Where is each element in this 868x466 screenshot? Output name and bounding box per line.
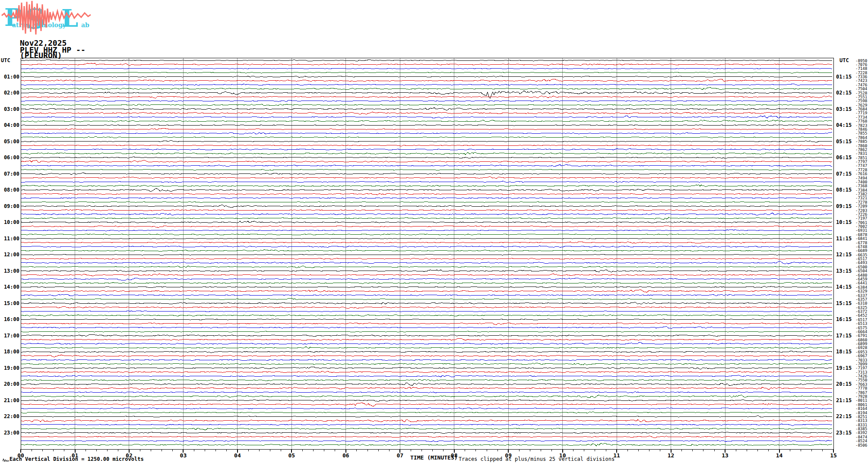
x-tick-label: 13 (719, 453, 731, 459)
trace-row (21, 383, 832, 386)
row-time-label-right: 07:15 (836, 171, 852, 177)
row-time-label-right: 02:15 (836, 90, 852, 96)
trace-row (21, 355, 832, 357)
trace-row (21, 287, 832, 288)
row-time-label-right: 17:15 (836, 333, 852, 339)
row-time-label-left: 04:00 (0, 122, 19, 128)
trace-row (21, 255, 832, 255)
row-time-label-left: 15:00 (0, 300, 19, 306)
trace-row (21, 189, 832, 192)
trace-row (21, 101, 832, 102)
trace-row (21, 165, 832, 167)
trace-row (21, 238, 832, 239)
trace-row (21, 217, 832, 220)
trace-row (21, 84, 832, 86)
trace-row (21, 88, 832, 90)
row-time-label-right: 01:15 (836, 74, 852, 80)
row-time-label-right: 10:15 (836, 219, 852, 225)
row-time-label-right: 12:15 (836, 252, 852, 258)
trace-row (21, 379, 832, 381)
row-time-label-left: 03:00 (0, 106, 19, 112)
trace-row (21, 290, 832, 293)
trace-row (21, 441, 832, 442)
trace-row (21, 250, 832, 252)
trace-row (21, 169, 832, 170)
x-tick-label: 06 (340, 453, 352, 459)
trace-row (21, 226, 832, 228)
x-tick-label: 14 (773, 453, 786, 459)
trace-row (21, 432, 832, 434)
trace-row (21, 141, 832, 142)
x-axis-title: TIME (MINUTES) (410, 454, 458, 461)
trace-row (21, 367, 832, 369)
trace-row (21, 298, 832, 300)
row-time-label-left: 13:00 (0, 268, 19, 274)
trace-row (21, 278, 832, 280)
row-time-label-left: 16:00 (0, 316, 19, 322)
trace-row (21, 68, 832, 69)
row-time-label-right: 05:15 (836, 139, 852, 145)
trace-row (21, 339, 832, 341)
trace-row (21, 76, 832, 78)
x-tick-label: 05 (285, 453, 298, 459)
row-time-label-right: 19:15 (836, 365, 852, 371)
trace-row (21, 104, 832, 106)
trace-row (21, 120, 832, 122)
row-time-label-right: 23:15 (836, 430, 852, 436)
row-time-label-right: 14:15 (836, 284, 852, 290)
trace-row (21, 230, 832, 231)
trace-row (21, 331, 832, 332)
row-time-label-right: 04:15 (836, 122, 852, 128)
trace-row (21, 363, 832, 365)
row-time-label-right: 06:15 (836, 154, 852, 161)
row-time-label-left: 11:00 (0, 236, 19, 242)
trace-row (21, 242, 832, 243)
trace-row (21, 424, 832, 426)
footer-mark (3, 457, 10, 463)
trace-row (21, 428, 832, 430)
trace-row (21, 149, 832, 150)
trace-offset-value: -8506 (855, 443, 867, 447)
seismogram-plot (0, 0, 868, 466)
trace-row (21, 112, 832, 115)
row-time-label-left: 09:00 (0, 203, 19, 209)
x-tick-label: 12 (665, 453, 677, 459)
x-tick-label: 07 (394, 453, 406, 459)
trace-row (21, 258, 832, 259)
utc-label-left: UTC (1, 57, 10, 63)
row-time-label-left: 05:00 (0, 139, 19, 145)
trace-row (21, 246, 832, 248)
trace-row (21, 408, 832, 409)
trace-row (21, 125, 832, 126)
trace-row (21, 403, 832, 406)
trace-row (21, 213, 832, 216)
trace-row (21, 157, 832, 159)
trace-row (21, 234, 832, 235)
trace-row (21, 63, 832, 66)
clip-note: Traces clipped at plus/minus 25 vertical… (459, 456, 615, 462)
trace-row (21, 173, 832, 175)
trace-row (21, 129, 832, 130)
trace-row (21, 419, 832, 422)
row-time-label-left: 10:00 (0, 219, 19, 225)
trace-row (21, 198, 832, 198)
trace-row (21, 137, 832, 138)
trace-row (21, 221, 832, 224)
trace-row (21, 351, 832, 353)
trace-row (21, 294, 832, 296)
row-time-label-right: 09:15 (836, 203, 852, 209)
row-time-label-right: 13:15 (836, 268, 852, 274)
row-time-label-left: 12:00 (0, 252, 19, 258)
trace-row (21, 443, 832, 446)
trace-row (21, 160, 832, 163)
row-time-label-left: 18:00 (0, 349, 19, 355)
row-time-label-right: 18:15 (836, 349, 852, 355)
trace-row (21, 193, 832, 195)
trace-row (21, 270, 832, 272)
trace-row (21, 261, 832, 264)
trace-row (21, 205, 832, 208)
row-time-label-right: 21:15 (836, 397, 852, 403)
trace-row (21, 392, 832, 394)
x-tick-label: 15 (827, 453, 839, 459)
row-time-label-left: 14:00 (0, 284, 19, 290)
